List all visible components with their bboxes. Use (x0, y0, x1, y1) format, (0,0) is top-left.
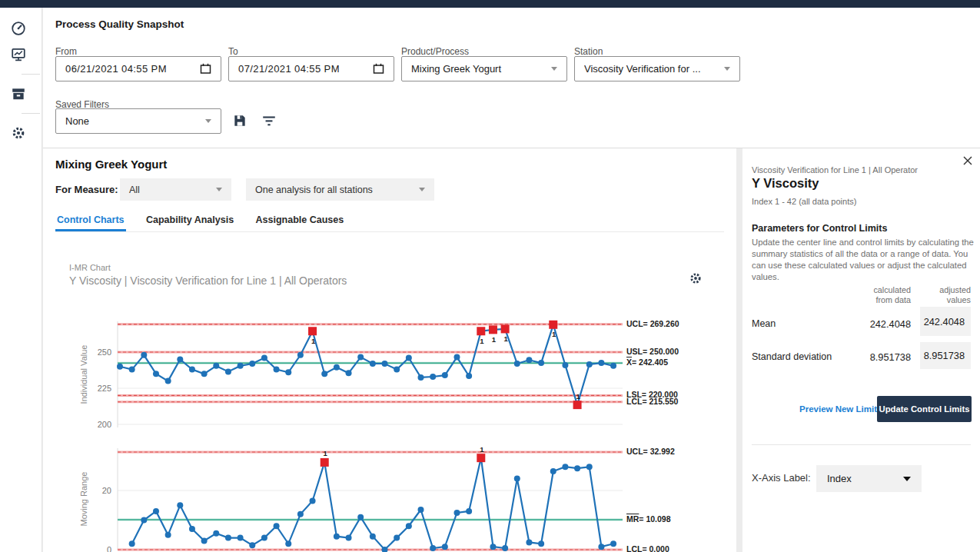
calendar-icon[interactable] (373, 63, 384, 75)
data-point (574, 465, 580, 471)
product-process-select[interactable]: Mixing Greek Yogurt (401, 56, 567, 81)
test-flag-label: 1 (324, 449, 328, 457)
out-of-control-point (549, 321, 557, 329)
data-point (394, 535, 400, 541)
mean-row-label: Mean (752, 318, 776, 329)
data-point (129, 367, 135, 373)
data-point (189, 526, 195, 532)
data-point (129, 540, 135, 547)
data-point (225, 535, 231, 541)
station-select[interactable]: Viscosity Verification for ... (574, 56, 740, 81)
data-point (213, 530, 219, 537)
out-of-control-point (501, 324, 510, 333)
data-point (526, 357, 532, 363)
out-of-control-point (308, 327, 317, 335)
monitor-chart-icon (11, 47, 26, 62)
y-tick-label: 200 (98, 420, 111, 429)
test-flag-label: 1 (480, 445, 484, 454)
analysis-mode-select[interactable]: One analysis for all stations (246, 178, 434, 201)
data-point (442, 372, 448, 378)
data-point (141, 517, 147, 524)
limit-label: LCL= 0.000 (626, 544, 669, 552)
stddev-adjusted-input[interactable]: 8.951738 (920, 342, 971, 369)
save-filter-button[interactable] (232, 113, 249, 130)
dropdown-arrow-icon (903, 477, 911, 481)
sidebar-item-settings[interactable] (11, 125, 26, 141)
test-flag-label: 1 (552, 330, 556, 338)
data-point (418, 507, 424, 513)
params-description: Update the center line and control limit… (752, 237, 977, 283)
filter-button[interactable] (261, 113, 278, 130)
preview-new-limits-link[interactable]: Preview New Limits (799, 404, 882, 414)
adjusted-column-header: adjustedvalues (913, 285, 971, 305)
data-point (334, 364, 340, 371)
sidebar-item-products[interactable] (11, 86, 26, 101)
station-label: Station (574, 46, 603, 57)
data-point (153, 371, 159, 377)
out-of-control-point (321, 458, 329, 467)
sidebar-item-dashboard[interactable] (11, 21, 26, 36)
data-point (562, 464, 568, 470)
tab-assignable-causes[interactable]: Assignable Causes (254, 211, 346, 231)
mean-adjusted-input[interactable]: 242.4048 (920, 307, 971, 336)
y-tick-label: 250 (98, 347, 111, 357)
data-point (490, 544, 496, 550)
station-value: Viscosity Verification for ... (584, 63, 724, 75)
limit-label: X= 242.405 (626, 357, 668, 367)
data-point (406, 355, 412, 361)
saved-filters-select[interactable]: None (55, 108, 221, 134)
data-point (514, 476, 520, 482)
chevron-down-icon (216, 188, 222, 191)
out-of-control-point (477, 454, 485, 462)
close-icon (962, 155, 973, 166)
y-tick-label: 0 (107, 545, 111, 552)
measure-select[interactable]: All (120, 178, 231, 201)
imr-chart: 250225200111111Individual Value20011Movi… (77, 311, 736, 552)
sidebar (0, 8, 42, 552)
tab-capability-analysis[interactable]: Capability Analysis (145, 211, 235, 231)
from-date-input[interactable]: 06/21/2021 04:55 PM (55, 56, 221, 81)
data-point (346, 370, 352, 376)
data-point (213, 363, 219, 369)
sidebar-item-monitoring[interactable] (11, 47, 26, 62)
gear-icon (11, 125, 26, 141)
params-heading: Parameters for Control Limits (752, 223, 887, 234)
test-flag-label: 1 (576, 392, 580, 401)
test-flag-label: 1 (311, 337, 316, 345)
data-point (334, 534, 340, 540)
page-title: Process Quality Snapshot (55, 18, 184, 30)
chart-options-button[interactable] (689, 271, 703, 285)
data-point (502, 545, 508, 551)
test-flag-label: 1 (503, 334, 508, 343)
panel-index-note: Index 1 - 42 (all data points) (752, 197, 856, 206)
data-point (610, 363, 616, 369)
data-point (598, 544, 604, 550)
to-date-input[interactable]: 07/21/2021 04:55 PM (228, 56, 394, 81)
sidebar-divider (22, 74, 40, 75)
y-axis-title: Moving Range (79, 472, 88, 527)
close-panel-button[interactable] (962, 155, 973, 166)
data-point (261, 535, 267, 541)
x-axis-select[interactable]: Index (816, 465, 922, 492)
gauge-icon (11, 21, 26, 36)
data-point (610, 540, 616, 547)
data-point (550, 468, 556, 474)
data-point (274, 367, 280, 373)
data-point (238, 535, 244, 541)
filter-icon (261, 113, 277, 128)
data-point (201, 537, 208, 544)
data-point (153, 508, 159, 514)
data-point (177, 502, 183, 508)
chevron-down-icon (551, 67, 557, 71)
data-point (310, 497, 316, 504)
calendar-icon[interactable] (200, 63, 211, 75)
data-point (538, 360, 544, 366)
data-point (442, 544, 448, 550)
save-icon (232, 113, 247, 128)
tab-control-charts[interactable]: Control Charts (55, 211, 126, 231)
data-point (406, 523, 412, 529)
chevron-down-icon (724, 67, 730, 71)
update-control-limits-button[interactable]: Update Control Limits (877, 396, 972, 422)
data-point (297, 352, 304, 358)
data-point (418, 374, 424, 381)
